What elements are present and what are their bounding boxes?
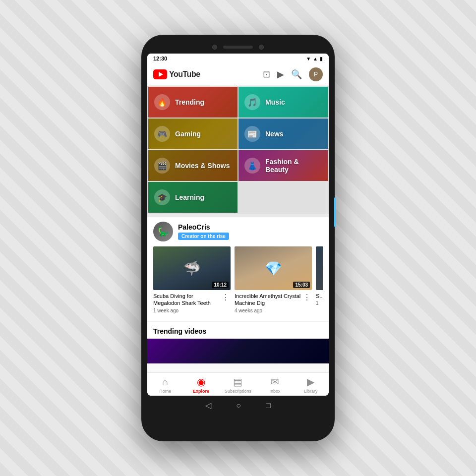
category-tile-fashion[interactable]: 👗 Fashion & Beauty	[238, 150, 328, 181]
gaming-icon: 🎮	[157, 129, 167, 139]
category-tile-learning[interactable]: 🎓 Learning	[148, 182, 238, 213]
explore-label: Explore	[193, 389, 209, 394]
trending-preview	[147, 339, 329, 363]
video-duration-2: 15:03	[293, 282, 310, 288]
youtube-title: YouTube	[169, 70, 200, 79]
video-text-3: S... 1	[316, 293, 323, 306]
nav-item-explore[interactable]: ◉ Explore	[189, 376, 214, 394]
video-text-2: Incredible Amethyst Crystal Machine Dig …	[235, 293, 302, 313]
scroll-indicator	[334, 197, 336, 227]
video-thumbnail-2: 15:03	[235, 246, 312, 290]
home-button[interactable]: ○	[236, 401, 241, 410]
battery-icon: ▮	[320, 56, 323, 61]
fashion-icon: 👗	[247, 161, 257, 171]
creator-info: PaleoCris Creator on the rise	[178, 223, 229, 240]
thumb-image-3	[316, 246, 323, 290]
movies-label: Movies & Shows	[175, 162, 230, 170]
inbox-label: Inbox	[269, 389, 280, 394]
gaming-icon-wrap: 🎮	[154, 126, 170, 142]
category-tile-movies[interactable]: 🎬 Movies & Shows	[148, 150, 238, 181]
header-icons: ⊡ ▶ 🔍 P	[263, 67, 323, 81]
creator-section: 🦕 PaleoCris Creator on the rise 10:12	[147, 217, 329, 321]
youtube-logo: YouTube	[153, 69, 200, 79]
status-time: 12:30	[153, 56, 167, 61]
status-bar: 12:30 ▼ ▲ ▮	[147, 54, 329, 63]
subscriptions-icon: ▤	[233, 376, 242, 388]
inbox-icon: ✉	[271, 376, 279, 388]
video-meta-2: Incredible Amethyst Crystal Machine Dig …	[235, 293, 312, 313]
movies-icon-wrap: 🎬	[154, 158, 170, 174]
home-icon: ⌂	[162, 376, 168, 388]
news-icon-wrap: 📰	[244, 126, 260, 142]
video-row: 10:12 Scuba Diving for Megalodon Shark T…	[153, 246, 323, 316]
phone-nav-bar: ◁ ○ □	[147, 401, 329, 410]
front-camera	[212, 45, 217, 50]
phone-shell: 12:30 ▼ ▲ ▮ YouTube ⊡ ▶ 🔍 P	[141, 35, 335, 441]
youtube-header: YouTube ⊡ ▶ 🔍 P	[147, 63, 329, 86]
trending-icon-wrap: 🔥	[154, 94, 170, 110]
creator-avatar[interactable]: 🦕	[153, 222, 173, 241]
video-title-3: S...	[316, 293, 323, 299]
trending-label: Trending	[175, 98, 204, 106]
news-label: News	[265, 130, 284, 138]
video-card-3[interactable]: S... 1 ⋮	[316, 246, 323, 313]
video-time-2: 4 weeks ago	[235, 308, 302, 313]
video-card-2[interactable]: 15:03 Incredible Amethyst Crystal Machin…	[235, 246, 312, 313]
nav-item-subscriptions[interactable]: ▤ Subscriptions	[225, 376, 251, 394]
gaming-label: Gaming	[175, 130, 201, 138]
video-meta-3: S... 1 ⋮	[316, 293, 323, 306]
video-text-1: Scuba Diving for Megalodon Shark Teeth 1…	[153, 293, 221, 313]
camera-icon[interactable]: ▶	[277, 69, 284, 80]
back-button[interactable]: ◁	[205, 401, 211, 410]
video-time-1: 1 week ago	[153, 308, 221, 313]
youtube-icon	[153, 69, 167, 79]
category-tile-news[interactable]: 📰 News	[238, 119, 328, 149]
video-card-1[interactable]: 10:12 Scuba Diving for Megalodon Shark T…	[153, 246, 231, 313]
main-content[interactable]: 🔥 Trending 🎵 Music 🎮	[147, 86, 329, 372]
category-grid: 🔥 Trending 🎵 Music 🎮	[147, 86, 329, 214]
nav-item-inbox[interactable]: ✉ Inbox	[262, 376, 287, 394]
wifi-icon: ▼	[306, 56, 311, 61]
recents-button[interactable]: □	[266, 401, 271, 410]
creator-badge: Creator on the rise	[178, 233, 229, 240]
home-label: Home	[159, 389, 171, 394]
user-avatar[interactable]: P	[309, 67, 323, 81]
signal-icon: ▲	[313, 56, 318, 61]
phone-speaker	[223, 46, 253, 49]
nav-item-home[interactable]: ⌂ Home	[153, 376, 178, 394]
category-tile-gaming[interactable]: 🎮 Gaming	[148, 119, 238, 149]
trending-title: Trending videos	[153, 327, 206, 335]
search-icon[interactable]: 🔍	[291, 69, 302, 80]
status-icons: ▼ ▲ ▮	[306, 56, 323, 61]
creator-header: 🦕 PaleoCris Creator on the rise	[153, 222, 323, 241]
cast-icon[interactable]: ⊡	[263, 69, 270, 80]
video-title-1: Scuba Diving for Megalodon Shark Teeth	[153, 293, 221, 307]
video-thumbnail-1: 10:12	[153, 246, 231, 290]
phone-top-bar	[147, 45, 329, 50]
creator-avatar-emoji: 🦕	[158, 226, 169, 237]
creator-name: PaleoCris	[178, 223, 229, 231]
video-title-2: Incredible Amethyst Crystal Machine Dig	[235, 293, 302, 307]
library-label: Library	[304, 389, 318, 394]
subscriptions-label: Subscriptions	[225, 389, 251, 394]
explore-icon: ◉	[197, 376, 205, 388]
video-duration-1: 10:12	[212, 282, 229, 288]
video-time-3: 1	[316, 300, 323, 306]
bottom-nav: ⌂ Home ◉ Explore ▤ Subscriptions ✉ Inbox…	[147, 372, 329, 396]
news-icon: 📰	[247, 129, 257, 139]
video-more-1[interactable]: ⋮	[221, 293, 231, 302]
library-icon: ▶	[307, 376, 314, 388]
trending-header: Trending videos	[147, 321, 329, 339]
music-icon: 🎵	[247, 98, 257, 107]
music-label: Music	[265, 98, 285, 106]
fashion-label: Fashion & Beauty	[265, 158, 322, 174]
music-icon-wrap: 🎵	[244, 94, 260, 110]
category-tile-trending[interactable]: 🔥 Trending	[148, 87, 238, 118]
video-more-2[interactable]: ⋮	[302, 293, 312, 302]
nav-item-library[interactable]: ▶ Library	[298, 376, 323, 394]
video-thumbnail-3	[316, 246, 323, 290]
category-tile-music[interactable]: 🎵 Music	[238, 87, 328, 118]
avatar-initials: P	[314, 71, 318, 78]
front-sensor	[259, 45, 264, 50]
movies-icon: 🎬	[157, 161, 167, 171]
